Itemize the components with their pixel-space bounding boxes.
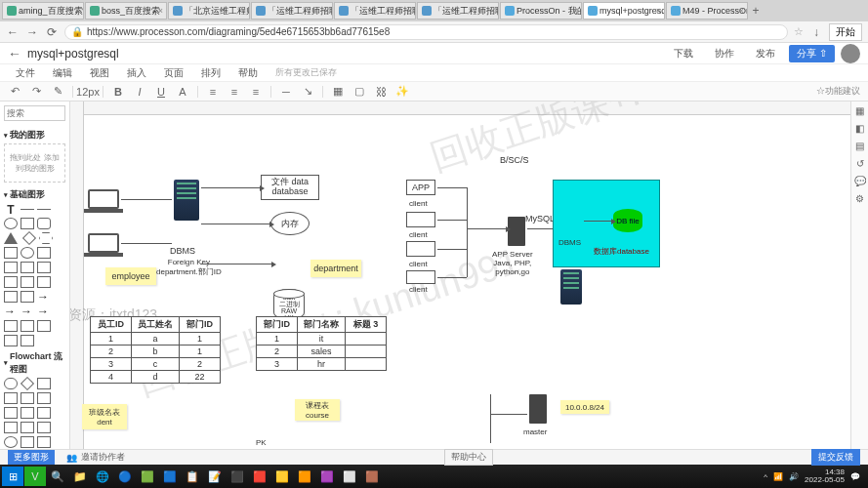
redo-icon[interactable]: ↷ xyxy=(29,85,43,99)
start-button[interactable]: 开始 xyxy=(829,23,862,41)
url-input[interactable]: 🔒https://www.processon.com/diagraming/5e… xyxy=(64,24,788,40)
rect-shape[interactable] xyxy=(37,247,51,259)
line-shape[interactable] xyxy=(21,209,34,210)
client-box[interactable] xyxy=(406,270,435,284)
app-icon[interactable]: 📋 xyxy=(182,467,203,486)
server-icon[interactable] xyxy=(174,180,199,221)
menu-view[interactable]: 视图 xyxy=(90,66,109,80)
search-input[interactable] xyxy=(4,105,65,121)
shape[interactable] xyxy=(21,320,34,332)
shape[interactable] xyxy=(37,262,51,273)
shape[interactable] xyxy=(21,422,34,433)
app-icon[interactable]: 🟧 xyxy=(294,467,315,486)
start-icon[interactable]: ⊞ xyxy=(2,467,23,486)
browser-tab[interactable]: 「运维工程师招聘」× xyxy=(251,2,333,20)
line-style-icon[interactable]: ─ xyxy=(279,85,293,99)
browser-tab[interactable]: boss_百度搜索× xyxy=(85,2,167,20)
arrow-shape[interactable] xyxy=(37,291,51,303)
layers-icon[interactable]: ▤ xyxy=(854,141,866,152)
app-icon[interactable]: 🟦 xyxy=(159,467,181,486)
menu-insert[interactable]: 插入 xyxy=(127,66,146,80)
data-shape[interactable] xyxy=(4,392,18,404)
new-tab-button[interactable]: + xyxy=(749,4,763,18)
app-icon[interactable]: 📝 xyxy=(204,467,226,486)
network-icon[interactable]: 📶 xyxy=(773,472,783,481)
close-icon[interactable]: × xyxy=(241,6,246,16)
menu-page[interactable]: 页面 xyxy=(164,66,184,80)
browser-tab[interactable]: aming_百度搜索× xyxy=(2,2,84,20)
close-icon[interactable]: × xyxy=(656,6,661,16)
shape[interactable] xyxy=(21,392,34,404)
app-box[interactable]: APP xyxy=(406,180,435,195)
close-icon[interactable]: × xyxy=(407,6,412,16)
comment-icon[interactable]: 💬 xyxy=(854,176,866,187)
tower-icon[interactable] xyxy=(529,394,547,424)
refresh-button[interactable]: ⟳ xyxy=(45,25,59,39)
system-tray[interactable]: ^ 📶 🔊 14:382022-05-05 💬 xyxy=(764,468,866,484)
process-shape[interactable] xyxy=(37,378,51,389)
terminator-shape[interactable] xyxy=(4,378,18,389)
rect-shape[interactable] xyxy=(4,247,18,259)
navigator-icon[interactable]: ▦ xyxy=(854,105,866,117)
close-icon[interactable]: × xyxy=(573,6,578,16)
brush-icon[interactable]: ✎ xyxy=(51,85,64,99)
shape[interactable] xyxy=(37,436,51,448)
app-icon[interactable]: 🟩 xyxy=(137,467,158,486)
align-right-icon[interactable]: ≡ xyxy=(249,85,263,99)
align-center-icon[interactable]: ≡ xyxy=(227,85,241,99)
app-icon[interactable]: 🟫 xyxy=(361,467,383,486)
browser-tab[interactable]: ProcessOn - 我的文件× xyxy=(500,2,582,20)
dropzone[interactable]: 拖到此处 添加到我的图形 xyxy=(4,143,65,183)
course-note[interactable]: 课程表 course xyxy=(295,399,340,421)
shape[interactable] xyxy=(4,276,18,288)
back-button[interactable]: ← xyxy=(6,25,20,39)
shape[interactable] xyxy=(4,335,18,346)
edge-icon[interactable]: 🌐 xyxy=(92,467,113,486)
app-icon[interactable]: ⬛ xyxy=(227,467,248,486)
ellipse-shape[interactable] xyxy=(21,247,34,259)
font-color-icon[interactable]: A xyxy=(176,85,189,99)
arrow-shape[interactable] xyxy=(21,305,34,317)
invite-collaborator[interactable]: 👥 邀请协作者 xyxy=(66,451,125,464)
share-button[interactable]: 分享 ⇧ xyxy=(789,45,835,62)
favorite-icon[interactable]: ☆ xyxy=(794,25,804,38)
fill-icon[interactable]: ▦ xyxy=(331,85,345,99)
shape[interactable] xyxy=(21,335,34,346)
volume-icon[interactable]: 🔊 xyxy=(789,472,799,481)
diamond-shape[interactable] xyxy=(22,231,36,245)
download-icon[interactable]: ↓ xyxy=(809,25,823,39)
shape[interactable] xyxy=(37,276,51,288)
close-icon[interactable]: × xyxy=(490,6,495,16)
shape[interactable] xyxy=(37,392,51,404)
search-icon[interactable]: 🔍 xyxy=(47,467,68,486)
stroke-icon[interactable]: ▢ xyxy=(352,85,366,99)
dbfile-cyl[interactable]: DB file xyxy=(613,209,642,232)
shape[interactable] xyxy=(4,291,18,303)
department-note[interactable]: department xyxy=(310,260,361,277)
chrome-icon[interactable]: 🔵 xyxy=(114,467,136,486)
server-icon[interactable] xyxy=(560,269,582,305)
circle-shape[interactable] xyxy=(4,218,18,229)
text-shape[interactable]: T xyxy=(4,203,18,215)
employee-table[interactable]: 员工ID员工姓名部门ID 1a1 2b1 3c2 4d22 xyxy=(90,316,221,384)
undo-icon[interactable]: ↶ xyxy=(8,85,21,99)
hexagon-shape[interactable] xyxy=(39,232,53,244)
app-icon[interactable]: 🟥 xyxy=(249,467,270,486)
shape[interactable] xyxy=(4,320,18,332)
rect-shape[interactable] xyxy=(21,218,34,229)
more-shapes-button[interactable]: 更多图形 xyxy=(8,450,55,465)
shape[interactable] xyxy=(21,262,34,273)
app-icon[interactable]: 🟨 xyxy=(271,467,293,486)
app-icon[interactable]: V xyxy=(24,467,46,486)
shape[interactable] xyxy=(37,407,51,419)
document-title[interactable]: mysql+postgresql xyxy=(27,47,119,61)
menu-file[interactable]: 文件 xyxy=(16,66,35,80)
settings-icon[interactable]: ⚙ xyxy=(854,193,866,205)
connector-icon[interactable]: ↘ xyxy=(301,85,314,99)
decision-shape[interactable] xyxy=(21,377,34,390)
arrow-shape[interactable] xyxy=(37,305,51,317)
shape[interactable] xyxy=(37,320,51,332)
triangle-shape[interactable] xyxy=(4,232,18,244)
employee-note[interactable]: employee xyxy=(105,267,156,285)
bm-note[interactable]: 班级名表 dent xyxy=(82,404,127,429)
